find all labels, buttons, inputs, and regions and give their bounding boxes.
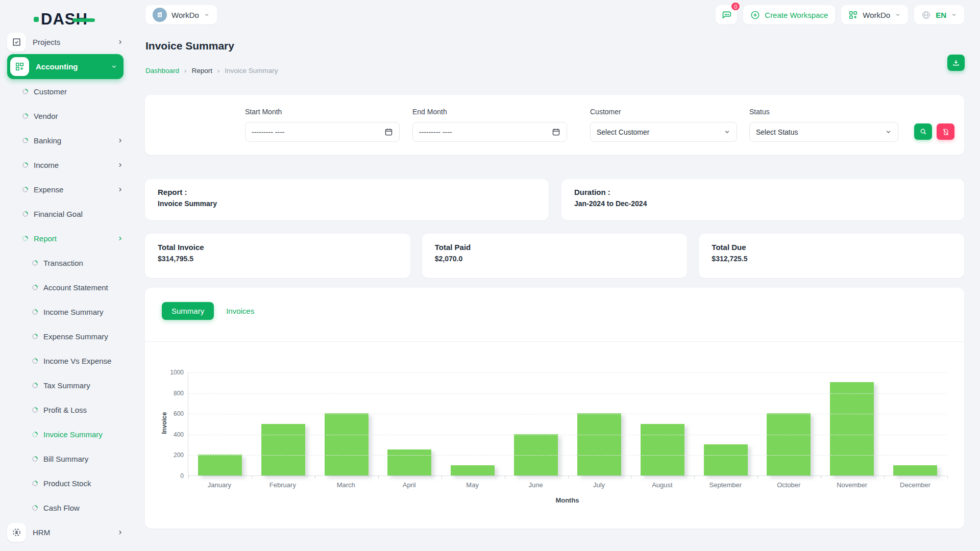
sidebar-item-product-stock[interactable]: Product Stock bbox=[7, 471, 124, 495]
apply-filter-button[interactable] bbox=[914, 123, 932, 140]
status-select[interactable]: Select Status bbox=[749, 122, 898, 142]
sidebar-item-income-summary[interactable]: Income Summary bbox=[7, 299, 124, 324]
end-month-label: End Month bbox=[412, 108, 447, 116]
x-tick-label-august: August bbox=[630, 481, 694, 489]
create-workspace-button[interactable]: Create Workspace bbox=[743, 5, 835, 24]
bullet-icon bbox=[31, 504, 39, 512]
tabs-divider bbox=[145, 341, 964, 342]
breadcrumb-item-dashboard[interactable]: Dashboard bbox=[145, 67, 179, 74]
sidebar-item-banking[interactable]: Banking bbox=[7, 128, 124, 153]
chevron-right-icon bbox=[117, 39, 124, 45]
bullet-icon bbox=[31, 283, 39, 291]
bullet-icon bbox=[31, 406, 39, 414]
sidebar-item-expense-summary[interactable]: Expense Summary bbox=[7, 324, 124, 348]
tab-invoices[interactable]: Invoices bbox=[226, 307, 254, 315]
x-axis-labels: JanuaryFebruaryMarchAprilMayJuneJulyAugu… bbox=[188, 481, 947, 489]
start-month-input[interactable]: --------- ---- bbox=[245, 122, 400, 142]
bar-slot bbox=[694, 372, 757, 475]
customer-label: Customer bbox=[590, 108, 621, 116]
bar-august[interactable] bbox=[641, 424, 684, 476]
total-card-total-invoice: Total Invoice$314,795.5 bbox=[145, 234, 410, 278]
sidebar-item-income-vs-expense[interactable]: Income Vs Expense bbox=[7, 348, 124, 373]
sidebar-item-projects[interactable]: Projects bbox=[7, 30, 124, 54]
sidebar-item-label: Banking bbox=[34, 136, 61, 145]
language-selector[interactable]: EN bbox=[914, 5, 964, 24]
bullet-icon bbox=[21, 87, 30, 95]
sidebar-item-label: Cash Flow bbox=[43, 504, 80, 512]
sidebar-item-transaction[interactable]: Transaction bbox=[7, 251, 124, 275]
chevron-right-icon bbox=[117, 186, 124, 193]
hrm-icon bbox=[12, 528, 21, 537]
total-card-value: $2,070.0 bbox=[435, 255, 463, 263]
report-name-card: Report : Invoice Summary bbox=[145, 179, 549, 220]
reset-filter-button[interactable] bbox=[937, 123, 954, 140]
sidebar-item-label: HRM bbox=[33, 528, 50, 537]
sidebar-item-label: Customer bbox=[34, 87, 67, 96]
dash-logo[interactable]: DASH bbox=[34, 11, 88, 27]
sidebar-item-customer[interactable]: Customer bbox=[7, 79, 124, 104]
sidebar-item-bill-summary[interactable]: Bill Summary bbox=[7, 446, 124, 471]
chevron-right-icon bbox=[117, 529, 124, 536]
app-switcher[interactable]: WorkDo bbox=[841, 5, 908, 24]
customer-select[interactable]: Select Customer bbox=[590, 122, 737, 142]
start-month-value: --------- ---- bbox=[252, 128, 384, 136]
bar-slot bbox=[252, 372, 315, 475]
bar-december[interactable] bbox=[893, 465, 937, 475]
sidebar-item-tax-summary[interactable]: Tax Summary bbox=[7, 373, 124, 397]
bar-slot bbox=[315, 372, 378, 475]
filter-card: Start Month --------- ---- End Month ---… bbox=[145, 95, 964, 155]
sidebar-item-financial-goal[interactable]: Financial Goal bbox=[7, 202, 124, 226]
sidebar-item-account-statement[interactable]: Account Statement bbox=[7, 275, 124, 299]
sidebar-item-invoice-summary[interactable]: Invoice Summary bbox=[7, 422, 124, 446]
bullet-icon bbox=[31, 332, 39, 340]
chevron-right-icon bbox=[117, 137, 124, 144]
sidebar-item-vendor[interactable]: Vendor bbox=[7, 104, 124, 128]
total-card-value: $312,725.5 bbox=[712, 255, 747, 263]
sidebar-item-profit-loss[interactable]: Profit & Loss bbox=[7, 397, 124, 422]
sidebar-item-report[interactable]: Report bbox=[7, 226, 124, 251]
axis-tick bbox=[442, 476, 442, 479]
sidebar-item-income[interactable]: Income bbox=[7, 153, 124, 177]
bar-chart-plot-area bbox=[188, 372, 947, 476]
chevron-right-icon bbox=[117, 235, 124, 242]
messages-button[interactable]: 0 bbox=[716, 5, 737, 24]
sidebar-item-hrm[interactable]: HRM bbox=[7, 520, 124, 544]
bar-september[interactable] bbox=[704, 444, 748, 475]
bar-january[interactable] bbox=[198, 455, 242, 475]
workspace-switcher[interactable]: WorkDo bbox=[145, 5, 217, 24]
calendar-icon bbox=[552, 128, 560, 136]
bar-february[interactable] bbox=[261, 424, 305, 476]
bar-slot bbox=[884, 372, 947, 475]
bar-slot bbox=[504, 372, 568, 475]
bullet-icon bbox=[21, 136, 30, 144]
bar-march[interactable] bbox=[325, 413, 369, 475]
chevron-right-icon bbox=[117, 162, 124, 168]
bar-july[interactable] bbox=[577, 413, 621, 475]
globe-icon bbox=[921, 10, 931, 20]
bar-april[interactable] bbox=[387, 449, 431, 475]
tab-summary[interactable]: Summary bbox=[162, 302, 214, 320]
sidebar-item-expense[interactable]: Expense bbox=[7, 177, 124, 202]
download-report-button[interactable] bbox=[947, 55, 965, 71]
chevron-down-icon bbox=[951, 12, 957, 18]
create-workspace-label: Create Workspace bbox=[765, 11, 828, 19]
bar-may[interactable] bbox=[451, 465, 495, 475]
app-switcher-label: WorkDo bbox=[863, 11, 890, 19]
bar-november[interactable] bbox=[830, 382, 874, 475]
bar-slot bbox=[188, 372, 252, 475]
chevron-right-icon bbox=[117, 39, 124, 45]
grid-plus-icon bbox=[848, 10, 858, 20]
sidebar-item-label: Account Statement bbox=[43, 283, 108, 292]
axis-tick bbox=[252, 476, 252, 479]
sidebar-item-label: Income bbox=[34, 161, 59, 169]
chevron-down-icon bbox=[895, 12, 901, 18]
bar-october[interactable] bbox=[767, 413, 811, 475]
breadcrumb-item-report[interactable]: Report bbox=[191, 67, 212, 74]
sidebar-item-cash-flow[interactable]: Cash Flow bbox=[7, 495, 124, 520]
end-month-input[interactable]: --------- ---- bbox=[412, 122, 567, 142]
sidebar-item-label: Projects bbox=[33, 38, 60, 46]
axis-tick bbox=[505, 476, 505, 479]
bullet-icon bbox=[31, 455, 39, 463]
axis-tick bbox=[884, 476, 885, 479]
sidebar-item-accounting[interactable]: Accounting bbox=[7, 54, 124, 79]
